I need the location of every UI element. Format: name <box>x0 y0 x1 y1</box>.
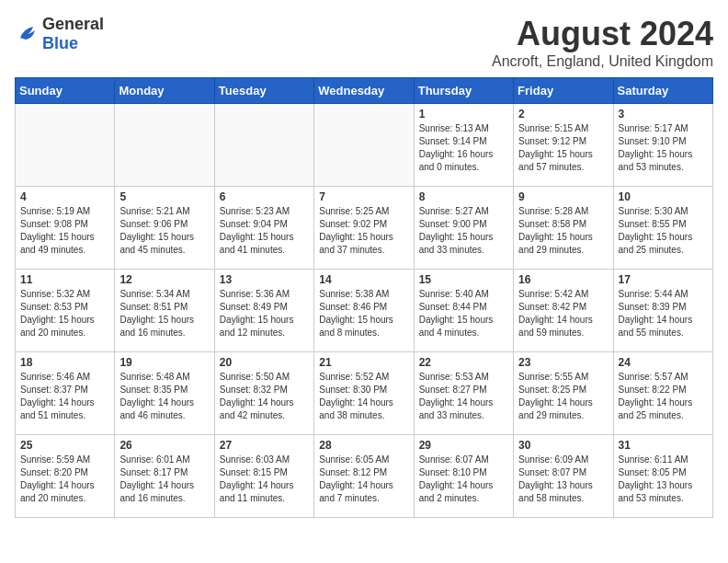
day-number: 25 <box>20 439 109 452</box>
day-number: 9 <box>518 190 608 203</box>
day-info: Sunrise: 5:23 AM Sunset: 9:04 PM Dayligh… <box>220 205 309 257</box>
day-info: Sunrise: 5:42 AM Sunset: 8:42 PM Dayligh… <box>518 288 608 339</box>
calendar-cell: 2Sunrise: 5:15 AM Sunset: 9:12 PM Daylig… <box>514 104 613 187</box>
day-number: 6 <box>220 190 309 203</box>
weekday-header-sunday: Sunday <box>16 78 115 104</box>
day-info: Sunrise: 6:09 AM Sunset: 8:07 PM Dayligh… <box>518 454 608 505</box>
day-number: 4 <box>20 190 109 203</box>
calendar-cell: 29Sunrise: 6:07 AM Sunset: 8:10 PM Dayli… <box>414 435 513 518</box>
day-info: Sunrise: 5:27 AM Sunset: 9:00 PM Dayligh… <box>419 205 508 257</box>
day-info: Sunrise: 5:21 AM Sunset: 9:06 PM Dayligh… <box>119 205 209 257</box>
title-area: August 2024 Ancroft, England, United Kin… <box>492 15 713 70</box>
day-number: 23 <box>518 356 608 369</box>
calendar-cell: 3Sunrise: 5:17 AM Sunset: 9:10 PM Daylig… <box>613 104 712 187</box>
day-number: 7 <box>319 190 408 203</box>
calendar-cell: 28Sunrise: 6:05 AM Sunset: 8:12 PM Dayli… <box>314 435 414 518</box>
day-number: 5 <box>119 190 209 203</box>
day-info: Sunrise: 5:48 AM Sunset: 8:35 PM Dayligh… <box>119 371 209 422</box>
day-info: Sunrise: 5:13 AM Sunset: 9:14 PM Dayligh… <box>419 122 508 174</box>
day-info: Sunrise: 5:32 AM Sunset: 8:53 PM Dayligh… <box>20 288 109 339</box>
day-number: 22 <box>419 356 508 369</box>
calendar-cell <box>314 104 414 187</box>
day-info: Sunrise: 6:01 AM Sunset: 8:17 PM Dayligh… <box>119 454 209 505</box>
logo-general-text: General <box>42 15 104 33</box>
day-number: 21 <box>319 356 408 369</box>
calendar-week-5: 25Sunrise: 5:59 AM Sunset: 8:20 PM Dayli… <box>16 435 713 518</box>
location-subtitle: Ancroft, England, United Kingdom <box>492 53 713 70</box>
calendar-cell: 6Sunrise: 5:23 AM Sunset: 9:04 PM Daylig… <box>214 187 313 270</box>
calendar-cell <box>16 104 115 187</box>
weekday-header-friday: Friday <box>514 78 613 104</box>
calendar-cell: 4Sunrise: 5:19 AM Sunset: 9:08 PM Daylig… <box>16 187 115 270</box>
weekday-header-thursday: Thursday <box>414 78 513 104</box>
day-number: 10 <box>619 190 708 203</box>
day-info: Sunrise: 6:07 AM Sunset: 8:10 PM Dayligh… <box>419 454 508 505</box>
calendar-cell: 26Sunrise: 6:01 AM Sunset: 8:17 PM Dayli… <box>115 435 214 518</box>
day-info: Sunrise: 5:59 AM Sunset: 8:20 PM Dayligh… <box>20 454 109 505</box>
calendar-cell: 18Sunrise: 5:46 AM Sunset: 8:37 PM Dayli… <box>16 352 115 435</box>
day-number: 20 <box>220 356 309 369</box>
calendar-cell: 17Sunrise: 5:44 AM Sunset: 8:39 PM Dayli… <box>613 270 712 352</box>
day-info: Sunrise: 5:46 AM Sunset: 8:37 PM Dayligh… <box>20 371 109 422</box>
calendar-cell <box>214 104 313 187</box>
day-number: 14 <box>319 273 408 286</box>
day-number: 29 <box>419 439 508 452</box>
calendar-cell: 7Sunrise: 5:25 AM Sunset: 9:02 PM Daylig… <box>314 187 414 270</box>
calendar-cell: 1Sunrise: 5:13 AM Sunset: 9:14 PM Daylig… <box>414 104 513 187</box>
calendar-cell: 11Sunrise: 5:32 AM Sunset: 8:53 PM Dayli… <box>16 270 115 352</box>
day-info: Sunrise: 5:55 AM Sunset: 8:25 PM Dayligh… <box>518 371 608 422</box>
weekday-header-saturday: Saturday <box>613 78 712 104</box>
calendar-week-3: 11Sunrise: 5:32 AM Sunset: 8:53 PM Dayli… <box>16 270 713 352</box>
calendar-cell: 15Sunrise: 5:40 AM Sunset: 8:44 PM Dayli… <box>414 270 513 352</box>
calendar-cell: 5Sunrise: 5:21 AM Sunset: 9:06 PM Daylig… <box>115 187 214 270</box>
calendar-cell: 24Sunrise: 5:57 AM Sunset: 8:22 PM Dayli… <box>613 352 712 435</box>
calendar-cell: 12Sunrise: 5:34 AM Sunset: 8:51 PM Dayli… <box>115 270 214 352</box>
calendar-cell: 23Sunrise: 5:55 AM Sunset: 8:25 PM Dayli… <box>514 352 613 435</box>
calendar-cell <box>115 104 214 187</box>
calendar-week-2: 4Sunrise: 5:19 AM Sunset: 9:08 PM Daylig… <box>16 187 713 270</box>
calendar-week-4: 18Sunrise: 5:46 AM Sunset: 8:37 PM Dayli… <box>16 352 713 435</box>
calendar-cell: 10Sunrise: 5:30 AM Sunset: 8:55 PM Dayli… <box>613 187 712 270</box>
day-number: 11 <box>20 273 109 286</box>
day-info: Sunrise: 5:52 AM Sunset: 8:30 PM Dayligh… <box>319 371 408 422</box>
calendar-cell: 14Sunrise: 5:38 AM Sunset: 8:46 PM Dayli… <box>314 270 414 352</box>
day-info: Sunrise: 5:15 AM Sunset: 9:12 PM Dayligh… <box>518 122 608 174</box>
day-info: Sunrise: 5:17 AM Sunset: 9:10 PM Dayligh… <box>619 122 708 174</box>
calendar-cell: 13Sunrise: 5:36 AM Sunset: 8:49 PM Dayli… <box>214 270 313 352</box>
day-info: Sunrise: 5:44 AM Sunset: 8:39 PM Dayligh… <box>619 288 708 339</box>
day-number: 18 <box>20 356 109 369</box>
day-number: 24 <box>619 356 708 369</box>
day-number: 2 <box>518 108 608 121</box>
day-number: 28 <box>319 439 408 452</box>
weekday-header-monday: Monday <box>115 78 214 104</box>
day-number: 15 <box>419 273 508 286</box>
day-info: Sunrise: 5:53 AM Sunset: 8:27 PM Dayligh… <box>419 371 508 422</box>
day-info: Sunrise: 5:30 AM Sunset: 8:55 PM Dayligh… <box>619 205 708 257</box>
day-info: Sunrise: 6:03 AM Sunset: 8:15 PM Dayligh… <box>220 454 309 505</box>
calendar-cell: 20Sunrise: 5:50 AM Sunset: 8:32 PM Dayli… <box>214 352 313 435</box>
calendar-table: SundayMondayTuesdayWednesdayThursdayFrid… <box>15 77 713 518</box>
day-number: 30 <box>518 439 608 452</box>
day-number: 19 <box>119 356 209 369</box>
day-info: Sunrise: 5:36 AM Sunset: 8:49 PM Dayligh… <box>220 288 309 339</box>
day-number: 17 <box>619 273 708 286</box>
day-info: Sunrise: 5:19 AM Sunset: 9:08 PM Dayligh… <box>20 205 109 257</box>
day-number: 13 <box>220 273 309 286</box>
calendar-week-1: 1Sunrise: 5:13 AM Sunset: 9:14 PM Daylig… <box>16 104 713 187</box>
calendar-cell: 9Sunrise: 5:28 AM Sunset: 8:58 PM Daylig… <box>514 187 613 270</box>
weekday-header-wednesday: Wednesday <box>314 78 414 104</box>
calendar-cell: 22Sunrise: 5:53 AM Sunset: 8:27 PM Dayli… <box>414 352 513 435</box>
month-year-title: August 2024 <box>492 15 713 53</box>
logo-blue-text: Blue <box>42 34 78 52</box>
day-info: Sunrise: 5:28 AM Sunset: 8:58 PM Dayligh… <box>518 205 608 257</box>
day-number: 31 <box>619 439 708 452</box>
day-info: Sunrise: 5:38 AM Sunset: 8:46 PM Dayligh… <box>319 288 408 339</box>
day-info: Sunrise: 5:40 AM Sunset: 8:44 PM Dayligh… <box>419 288 508 339</box>
day-info: Sunrise: 6:11 AM Sunset: 8:05 PM Dayligh… <box>619 454 708 505</box>
day-info: Sunrise: 5:34 AM Sunset: 8:51 PM Dayligh… <box>119 288 209 339</box>
weekday-header-tuesday: Tuesday <box>214 78 313 104</box>
weekday-header-row: SundayMondayTuesdayWednesdayThursdayFrid… <box>16 78 713 104</box>
calendar-cell: 16Sunrise: 5:42 AM Sunset: 8:42 PM Dayli… <box>514 270 613 352</box>
calendar-cell: 19Sunrise: 5:48 AM Sunset: 8:35 PM Dayli… <box>115 352 214 435</box>
calendar-cell: 30Sunrise: 6:09 AM Sunset: 8:07 PM Dayli… <box>514 435 613 518</box>
